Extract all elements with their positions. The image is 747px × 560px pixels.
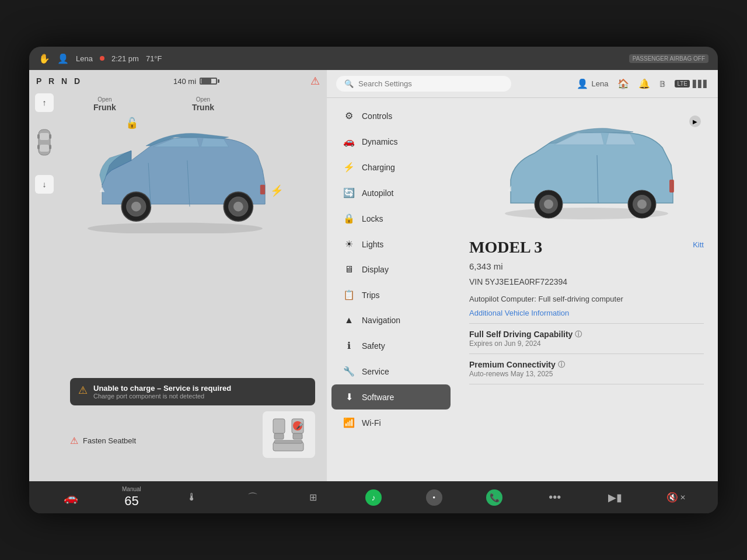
taskbar-speed-display: Manual 65 bbox=[117, 486, 146, 509]
fsd-expires: Expires on Jun 9, 2024 bbox=[469, 340, 704, 348]
prnd-bar: P R N D 140 mi ⚠ bbox=[36, 75, 320, 88]
door-labels: Open Frunk Open Trunk bbox=[93, 96, 214, 112]
mileage-display: 6,343 mi bbox=[469, 261, 704, 271]
premium-info-icon: ⓘ bbox=[558, 360, 565, 370]
vehicle-render-svg bbox=[493, 116, 680, 220]
header-icons: 👤 Lena 🏠 🔔 𝔹 LTE ▋▋▋ bbox=[577, 78, 708, 89]
menu-item-display[interactable]: 🖥 Display bbox=[331, 257, 451, 282]
spotify-icon: ♪ bbox=[365, 489, 382, 506]
taskbar-media-btn[interactable]: ▶▮ bbox=[601, 491, 630, 504]
car-svg: ⚡ bbox=[64, 117, 286, 233]
more-dots-icon: ••• bbox=[549, 491, 561, 504]
seat-diagram: 🎤 bbox=[263, 411, 315, 458]
grid-icon: ⊞ bbox=[309, 492, 317, 503]
vin-value: 5YJ3E1EA0RF722394 bbox=[485, 277, 567, 286]
lights-icon: ☀ bbox=[343, 239, 355, 250]
settings-header: 🔍 👤 Lena 🏠 🔔 𝔹 bbox=[327, 70, 718, 98]
down-arrow-btn[interactable]: ↓ bbox=[35, 175, 54, 194]
battery-info: 140 mi bbox=[173, 77, 219, 86]
menu-item-service[interactable]: 🔧 Service bbox=[331, 359, 451, 384]
svg-rect-5 bbox=[37, 145, 40, 149]
wifi-icon: 📶 bbox=[343, 417, 355, 428]
taskbar-grid-btn[interactable]: ⊞ bbox=[298, 492, 327, 503]
autopilot-label: Autopilot Computer: bbox=[469, 295, 536, 303]
fsd-title: Full Self Driving Capability ⓘ bbox=[469, 330, 704, 340]
premium-info-section: Premium Connectivity ⓘ Auto-renews May 1… bbox=[469, 360, 704, 384]
vin-display: VIN 5YJ3E1EA0RF722394 bbox=[469, 277, 704, 286]
taskbar: 🚗 Manual 65 🌡 ⌒ ⊞ ♪ ● 📞 ••• ▶▮ bbox=[29, 481, 718, 513]
volume-mute-icon: 🔇 ✕ bbox=[666, 492, 686, 503]
header-notification-item[interactable]: 🔔 bbox=[638, 78, 650, 89]
top-bar-right: PASSENGER AIRBAG OFF bbox=[629, 54, 708, 63]
heat-icon: 🌡 bbox=[187, 491, 197, 503]
menu-item-charging[interactable]: ⚡ Charging bbox=[331, 155, 451, 180]
dot-menu-icon: ● bbox=[426, 489, 442, 506]
vehicle-info-panel: ▶ MODEL 3 Kitt 6,343 mi VIN 5YJ3E1EA0RF7… bbox=[455, 98, 718, 481]
autopilot-value: Full self-driving computer bbox=[539, 295, 623, 303]
right-panel: 🔍 👤 Lena 🏠 🔔 𝔹 bbox=[327, 70, 718, 481]
car-image-area: ⚡ bbox=[64, 117, 321, 280]
touch-icon: ✋ bbox=[39, 53, 50, 64]
battery-icon bbox=[200, 78, 219, 85]
seatbelt-warning: ⚠ Fasten Seatbelt bbox=[70, 435, 136, 446]
menu-item-dynamics[interactable]: 🚗 Dynamics bbox=[331, 129, 451, 154]
menu-item-software[interactable]: ⬇ Software bbox=[331, 384, 451, 410]
vin-label: VIN bbox=[469, 277, 483, 286]
menu-item-trips[interactable]: 📋 Trips bbox=[331, 282, 451, 307]
autopilot-info-section: Autopilot Computer: Full self-driving co… bbox=[469, 293, 704, 324]
wipers-icon: ⌒ bbox=[247, 491, 258, 505]
temperature-display: 71°F bbox=[146, 54, 162, 63]
taskbar-more-btn[interactable]: ••• bbox=[540, 491, 570, 504]
svg-rect-18 bbox=[273, 419, 285, 433]
header-bluetooth-item[interactable]: 𝔹 bbox=[659, 79, 665, 89]
additional-info-link[interactable]: Additional Vehicle Information bbox=[469, 309, 704, 317]
kitt-link[interactable]: Kitt bbox=[693, 240, 704, 249]
fsd-info-icon: ⓘ bbox=[575, 330, 582, 340]
car-icon: 🚗 bbox=[64, 491, 78, 505]
screen: ✋ 👤 Lena 2:21 pm 71°F PASSENGER AIRBAG O… bbox=[29, 47, 718, 513]
header-user-item[interactable]: 👤 Lena bbox=[577, 78, 608, 89]
svg-rect-3 bbox=[37, 134, 40, 139]
taskbar-wipers-btn[interactable]: ⌒ bbox=[238, 491, 267, 505]
menu-item-controls[interactable]: ⚙ Controls bbox=[331, 103, 451, 128]
left-panel: P R N D 140 mi ⚠ ↑ bbox=[29, 70, 327, 481]
search-bar[interactable]: 🔍 bbox=[336, 76, 511, 92]
svg-rect-19 bbox=[274, 433, 284, 439]
battery-tip bbox=[218, 79, 219, 83]
battery-fill bbox=[201, 79, 211, 83]
menu-item-navigation[interactable]: ▲ Navigation bbox=[331, 308, 451, 332]
service-icon: 🔧 bbox=[343, 366, 355, 377]
navigation-icon: ▲ bbox=[343, 315, 355, 326]
menu-item-wifi[interactable]: 📶 Wi-Fi bbox=[331, 410, 451, 435]
autopilot-icon: 🔄 bbox=[343, 187, 355, 198]
taskbar-dot-btn[interactable]: ● bbox=[420, 489, 449, 506]
svg-point-7 bbox=[88, 223, 263, 233]
up-arrow-btn[interactable]: ↑ bbox=[35, 93, 54, 112]
search-input[interactable] bbox=[358, 79, 503, 88]
record-dot bbox=[100, 56, 104, 61]
time-display: 2:21 pm bbox=[111, 54, 139, 63]
header-user-icon: 👤 bbox=[577, 78, 588, 89]
signal-bars: ▋▋▋ bbox=[693, 80, 708, 88]
menu-item-autopilot[interactable]: 🔄 Autopilot bbox=[331, 180, 451, 205]
taskbar-spotify-btn[interactable]: ♪ bbox=[359, 489, 388, 506]
header-lte-item: LTE ▋▋▋ bbox=[675, 80, 708, 88]
taskbar-heat-btn[interactable]: 🌡 bbox=[177, 491, 207, 503]
taskbar-car-btn[interactable]: 🚗 bbox=[57, 491, 86, 505]
menu-item-lights[interactable]: ☀ Lights bbox=[331, 232, 451, 257]
user-icon-top: 👤 bbox=[57, 53, 69, 64]
trips-icon: 📋 bbox=[343, 289, 355, 300]
taskbar-phone-btn[interactable]: 📞 bbox=[480, 489, 509, 506]
passenger-airbag-badge: PASSENGER AIRBAG OFF bbox=[629, 54, 708, 63]
svg-rect-6 bbox=[49, 145, 51, 149]
taskbar-volume-btn[interactable]: 🔇 ✕ bbox=[661, 492, 690, 503]
menu-item-safety[interactable]: ℹ Safety bbox=[331, 333, 451, 358]
seatbelt-icon: ⚠ bbox=[70, 435, 78, 446]
user-name-top: Lena bbox=[76, 54, 93, 63]
menu-item-locks[interactable]: 🔒 Locks bbox=[331, 206, 451, 231]
expand-vehicle-btn[interactable]: ▶ bbox=[689, 116, 701, 127]
header-bell-item[interactable]: 🏠 bbox=[617, 78, 629, 89]
charge-error-banner: ⚠ Unable to charge – Service is required… bbox=[70, 378, 315, 405]
search-icon: 🔍 bbox=[344, 79, 354, 88]
svg-point-29 bbox=[544, 200, 553, 209]
